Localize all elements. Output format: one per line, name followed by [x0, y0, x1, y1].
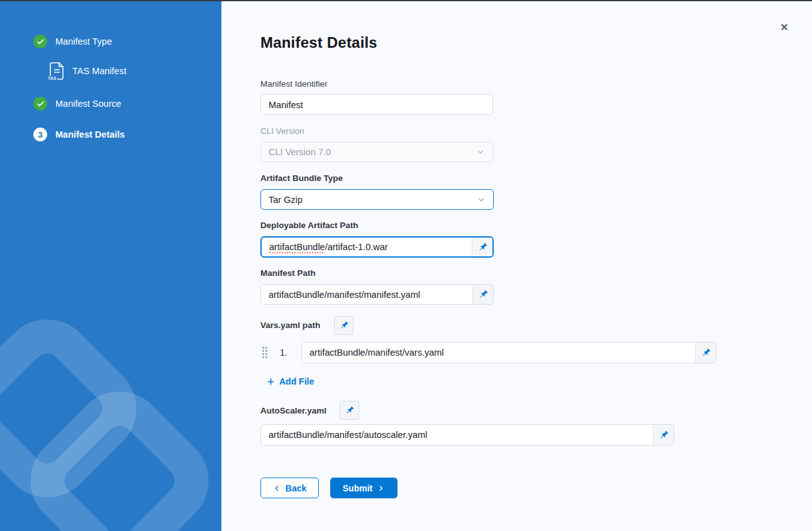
manifest-path-runtime-pin-button[interactable]	[472, 285, 493, 304]
autoscaler-input[interactable]	[261, 425, 653, 445]
artifact-path-label: Deployable Artifact Path	[260, 221, 359, 230]
step-label: Manifest Type	[55, 36, 112, 47]
submit-button[interactable]: Submit	[330, 478, 398, 498]
autoscaler-input-group	[260, 424, 674, 446]
bundle-type-label: Artifact Bundle Type	[260, 173, 343, 183]
add-file-button[interactable]: Add File	[267, 376, 314, 386]
submit-label: Submit	[343, 483, 372, 493]
vars-row-number: 1.	[280, 348, 287, 358]
close-icon[interactable]: ✕	[776, 19, 793, 35]
add-file-label: Add File	[279, 376, 314, 386]
identifier-label: Manifest Identifier	[260, 79, 328, 89]
bundle-type-value: Tar Gzip	[269, 195, 303, 205]
identifier-input[interactable]	[260, 94, 493, 115]
substep-label: TAS Manifest	[72, 66, 126, 76]
step-label: Manifest Source	[55, 99, 121, 109]
pin-icon	[701, 348, 711, 358]
brand-watermark-icon	[0, 314, 221, 531]
cli-version-select: CLI Version 7.0	[260, 142, 493, 162]
sidebar-step-manifest-details[interactable]: 3 Manifest Details	[33, 128, 125, 141]
wizard-stepper-sidebar: Manifest Type TAS TAS Manifest Manifest …	[0, 1, 221, 531]
vars-path-runtime-pin-button[interactable]	[334, 316, 353, 335]
tas-icon-text: TAS	[47, 76, 57, 80]
artifact-path-value-misspelled: artifactBundle	[269, 242, 325, 252]
autoscaler-label: AutoScaler.yaml	[260, 406, 326, 415]
autoscaler-runtime-pin-button[interactable]	[340, 401, 359, 420]
plus-icon	[267, 378, 275, 386]
step-complete-check-icon	[33, 97, 47, 111]
pin-icon	[659, 430, 669, 441]
manifest-wizard-modal: Manifest Type TAS TAS Manifest Manifest …	[0, 0, 812, 531]
vars-path-label: Vars.yaml path	[260, 320, 320, 330]
top-divider	[0, 0, 812, 1]
autoscaler-field-pin-button[interactable]	[653, 425, 674, 445]
back-label: Back	[286, 483, 306, 493]
bundle-type-select[interactable]: Tar Gzip	[260, 189, 494, 210]
chevron-down-icon	[476, 148, 485, 156]
pin-icon	[477, 242, 488, 253]
artifact-path-input[interactable]: artifactBundle/artifact-1.0.war	[262, 238, 472, 256]
pin-icon	[478, 289, 489, 300]
vars-row-drag-handle[interactable]	[262, 346, 268, 359]
back-button[interactable]: Back	[260, 478, 319, 498]
cli-version-value: CLI Version 7.0	[269, 147, 331, 157]
page-title: Manifest Details	[260, 34, 377, 52]
cli-version-label: CLI Version	[260, 126, 304, 136]
vars-path-input[interactable]	[302, 342, 695, 363]
step-complete-check-icon	[33, 35, 47, 48]
pin-icon	[339, 320, 349, 331]
chevron-left-icon	[273, 484, 281, 492]
step-number-badge: 3	[33, 128, 47, 141]
step-label: Manifest Details	[55, 129, 125, 140]
manifest-path-input[interactable]	[261, 285, 472, 304]
artifact-path-value-rest: /artifact-1.0.war	[325, 242, 388, 252]
vars-path-row-pin-button[interactable]	[695, 342, 716, 363]
sidebar-step-manifest-type[interactable]: Manifest Type	[33, 35, 112, 48]
sidebar-substep-tas-manifest[interactable]: TAS TAS Manifest	[49, 62, 126, 80]
manifest-details-panel: ✕ Manifest Details Manifest Identifier C…	[221, 1, 812, 531]
artifact-path-input-group: artifactBundle/artifact-1.0.war	[260, 236, 494, 258]
sidebar-step-manifest-source[interactable]: Manifest Source	[33, 97, 121, 111]
artifact-path-runtime-pin-button[interactable]	[472, 238, 492, 256]
tas-manifest-file-icon: TAS	[49, 62, 65, 80]
pin-icon	[345, 405, 355, 415]
manifest-path-label: Manifest Path	[260, 268, 316, 278]
vars-path-input-group	[301, 342, 716, 363]
manifest-path-input-group	[260, 284, 494, 305]
chevron-right-icon	[377, 484, 385, 492]
chevron-down-icon	[477, 195, 486, 204]
